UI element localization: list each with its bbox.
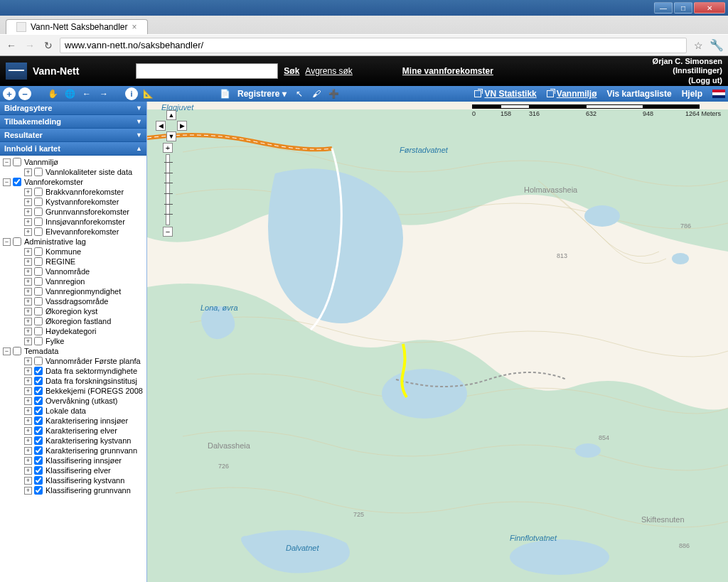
tree-data-forskning[interactable]: +Data fra forskningsinstitusj [1,376,145,386]
tree-overvakning[interactable]: +Overvåkning (utkast) [1,396,145,406]
zoom-in-slider-button[interactable]: + [163,143,173,153]
panel-tilbakemelding[interactable]: Tilbakemelding▼ [0,115,146,129]
tree-vannomrade[interactable]: +Vannområde [1,266,145,276]
label-h854: 854 [599,434,609,441]
tree-kystvann[interactable]: +Kystvannforekomster [1,197,145,207]
pan-east-button[interactable]: ▶ [177,121,187,131]
zoom-out-slider-button[interactable]: − [163,227,173,237]
tree-vannlokaliteter[interactable]: +Vannlokaliteter siste data [1,167,145,177]
tree-vassdragsomrade[interactable]: +Vassdragsområde [1,296,145,306]
tree-kommune[interactable]: +Kommune [1,247,145,257]
label-h886: 886 [679,542,690,549]
tree-karakt-grunnvann[interactable]: +Karakterisering grunnvann [1,446,145,456]
tree-karakt-kystvann[interactable]: +Karakterisering kystvann [1,436,145,446]
tree-temadata[interactable]: −Temadata [1,346,145,356]
label-h813: 813 [557,252,567,259]
add-point-button[interactable]: ➕ [326,87,341,100]
hjelp-button[interactable]: Hjelp [682,89,702,99]
tree-elve[interactable]: +Elvevannforekomster [1,227,145,237]
window-minimize-button[interactable]: — [654,2,673,14]
zoom-in-button[interactable]: + [3,87,16,100]
label-lona-ovra: Lona, øvra [200,303,238,312]
tree-data-sektor[interactable]: +Data fra sektormyndighete [1,366,145,376]
vn-statistikk-link[interactable]: VN Statistikk [474,89,536,99]
vannmiljo-link[interactable]: Vannmiljø [547,89,597,99]
reload-button[interactable]: ↻ [41,38,55,53]
tree-innsjo[interactable]: +Innsjøvannforekomster [1,217,145,227]
window-close-button[interactable]: ✕ [694,2,725,14]
tree-okoregion-kyst[interactable]: +Økoregion kyst [1,306,145,316]
panel-resultater[interactable]: Resultater▼ [0,129,146,142]
info-tool-button[interactable]: i [125,87,138,100]
window-maximize-button[interactable]: □ [674,2,692,14]
pan-north-button[interactable]: ▲ [166,110,176,120]
back-button[interactable]: ← [4,38,18,53]
label-h786: 786 [680,222,691,230]
tree-klass-kystvann[interactable]: +Klassifisering kystvann [1,475,145,485]
url-bar[interactable]: www.vann-nett.no/saksbehandler/ [60,38,687,53]
tree-vannregionmynd[interactable]: +Vannregionmyndighet [1,286,145,296]
tree-karakt-elver[interactable]: +Karakterisering elver [1,426,145,436]
search-input[interactable] [136,63,278,79]
label-h725: 725 [353,511,364,518]
language-flag-icon[interactable] [712,90,725,98]
tree-klass-elver[interactable]: +Klassifisering elver [1,465,145,475]
pan-south-button[interactable]: ▼ [166,131,176,141]
svg-point-5 [575,443,601,458]
vis-kartlagsliste-button[interactable]: Vis kartlagsliste [606,89,671,99]
panel-innhold[interactable]: Innhold i kartet▲ [0,142,146,156]
bookmark-icon[interactable]: ☆ [691,38,705,53]
nav-forward-button[interactable]: → [97,87,111,100]
tab-title: Vann-Nett Saksbehandler [31,22,128,32]
search-button[interactable]: Søk [284,66,299,76]
mine-vannforekomster-link[interactable]: Mine vannforekomster [402,66,493,76]
label-forstadvatnet: Førstadvatnet [400,146,448,154]
template-icon[interactable]: 📄 [218,87,232,100]
logout-link[interactable]: (Logg ut) [653,76,722,85]
tab-close-icon[interactable]: × [132,22,137,32]
forward-button[interactable]: → [23,38,37,53]
label-holmavassheia: Holmavassheia [524,185,577,194]
brush-tool-button[interactable]: 🖌 [309,87,323,100]
main-content: Bidragsytere▼ Tilbakemelding▼ Resultater… [0,102,728,582]
tree-brakkvann[interactable]: +Brakkvannforekomster [1,187,145,197]
browser-tab[interactable]: Vann-Nett Saksbehandler × [6,19,148,34]
map-area[interactable]: Elggjuvet Førstadvatnet Holmavassheia Lo… [147,102,728,582]
zoom-track[interactable] [166,154,170,225]
settings-link[interactable]: (Innstillinger) [653,66,722,75]
tree-vannregion[interactable]: +Vannregion [1,276,145,286]
measure-tool-button[interactable]: 📐 [141,87,155,100]
user-block: Ørjan C. Simonsen (Innstillinger) (Logg … [653,57,722,85]
search-area: Søk Avgrens søk [136,63,352,79]
tree-vannforekomster[interactable]: −Vannforekomster [1,177,145,187]
tree-klass-grunnvann[interactable]: +Klassifisering grunnvann [1,485,145,495]
tree-karakt-innsjoer[interactable]: +Karakterisering innsjøer [1,416,145,426]
tree-adminlag[interactable]: −Administrative lag [1,237,145,247]
layer-tree: −Vannmiljø +Vannlokaliteter siste data −… [0,156,146,582]
tree-lokale-data[interactable]: +Lokale data [1,406,145,416]
label-h726: 726 [218,463,229,470]
user-name: Ørjan C. Simonsen [653,57,722,66]
tree-fylke[interactable]: +Fylke [1,336,145,346]
zoom-out-button[interactable]: − [18,87,31,100]
tree-regine[interactable]: +REGINE [1,257,145,266]
settings-wrench-icon[interactable]: 🔧 [710,38,724,53]
tree-vannmiljo[interactable]: −Vannmiljø [1,157,145,167]
zoom-slider: + − [163,143,173,237]
tree-hoydekategori[interactable]: +Høydekategori [1,326,145,336]
tree-vannomrader-forste[interactable]: +Vannområder Første planfa [1,356,145,366]
app-toolbar: + − ✋ 🌐 ← → i 📐 📄 Registrere ▾ ↖ 🖌 ➕ VN … [0,86,728,102]
svg-point-4 [672,253,689,264]
pan-west-button[interactable]: ◀ [156,121,166,131]
tree-klass-innsjoer[interactable]: +Klassifisering innsjøer [1,456,145,465]
tree-okoregion-fastland[interactable]: +Økoregion fastland [1,316,145,326]
refine-search-link[interactable]: Avgrens søk [305,66,352,76]
globe-tool-button[interactable]: 🌐 [63,87,77,100]
tree-bekkekjemi[interactable]: +Bekkekjemi (FOREGS 2008 [1,386,145,396]
pointer-tool-button[interactable]: ↖ [292,87,306,100]
registrere-button[interactable]: Registrere ▾ [235,89,289,99]
nav-back-button[interactable]: ← [80,87,94,100]
pan-tool-button[interactable]: ✋ [46,87,60,100]
tree-grunnvann[interactable]: +Grunnvannsforekomster [1,207,145,217]
panel-bidragsytere[interactable]: Bidragsytere▼ [0,102,146,115]
